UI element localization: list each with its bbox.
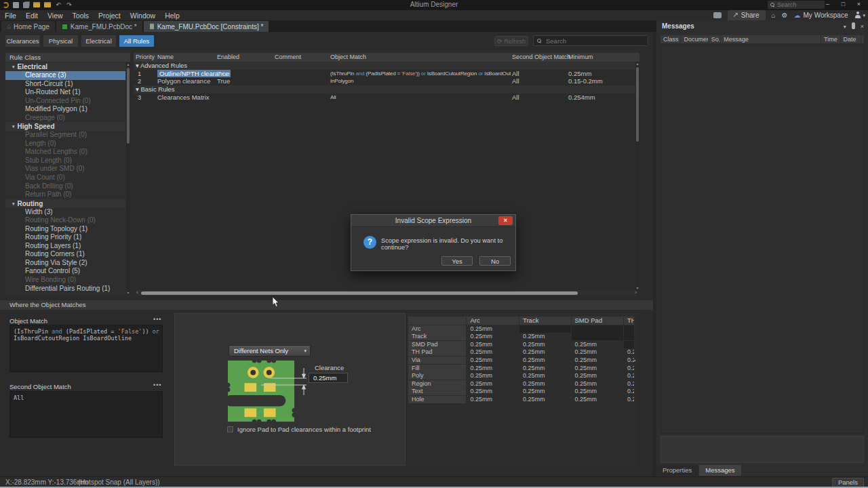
close-icon[interactable]: ×	[861, 23, 864, 30]
comment-icon[interactable]	[713, 12, 722, 18]
home-icon[interactable]: ⌂	[772, 12, 776, 20]
doc-tab-home-page[interactable]: ⌂Home Page	[1, 21, 55, 32]
tree-item-clearance-3[interactable]: Clearance (3)	[5, 71, 125, 80]
grid-hscroll-thumb[interactable]	[141, 291, 578, 295]
matrix-cell[interactable]: 0.25mm	[467, 357, 519, 364]
object-match-expression[interactable]: (IsThruPin and (PadIsPlated = 'False')) …	[9, 325, 163, 372]
matrix-row-label[interactable]: Hole	[408, 396, 466, 403]
matrix-row-label[interactable]: Poly	[408, 372, 466, 380]
matrix-cell[interactable]: 0.25mm	[519, 365, 571, 372]
matrix-cell[interactable]: 0.25mm	[467, 372, 519, 380]
panels-button[interactable]: Panels	[832, 478, 864, 487]
msg-col-message[interactable]: Message	[721, 35, 821, 43]
matrix-row-label[interactable]: Arc	[408, 325, 466, 333]
tree-item-fanout-control-5[interactable]: Fanout Control (5)	[5, 267, 125, 276]
tree-item-un-connected-pin-0[interactable]: Un-Connected Pin (0)	[5, 97, 125, 106]
matrix-cell[interactable]: 0.25mm	[519, 341, 571, 348]
msg-col-time[interactable]: Time	[821, 35, 840, 43]
matrix-cell[interactable]: 0.25mm	[467, 388, 519, 395]
yes-button[interactable]: Yes	[441, 256, 473, 266]
scroll-down-icon[interactable]: ▾	[126, 291, 130, 295]
matrix-cell[interactable]: 0.25mm	[572, 372, 624, 380]
msg-col-n[interactable]: N...	[861, 35, 864, 43]
tree-group-routing[interactable]: ▾Routing	[5, 199, 125, 208]
matrix-cell[interactable]: 0.25mm	[519, 380, 571, 388]
tab-clearances[interactable]: Clearances	[5, 35, 40, 47]
doc-tab-kame-fmu-pcbdoc[interactable]: Kame_FMU.PcbDoc *	[56, 21, 142, 32]
col-enabled[interactable]: Enabled	[217, 53, 239, 62]
tree-item-stub-length-0[interactable]: Stub Length (0)	[5, 157, 125, 165]
close-button[interactable]: ×	[851, 0, 867, 9]
share-button[interactable]: ↗Share	[728, 10, 765, 20]
tree-item-differential-pairs-routing-1[interactable]: Differential Pairs Routing (1)	[5, 285, 125, 293]
undo-icon[interactable]: ↶	[55, 1, 62, 8]
global-search[interactable]	[768, 1, 825, 9]
matrix-cell[interactable]: 0.25mm	[519, 388, 571, 395]
col-comment[interactable]: Comment	[275, 53, 301, 62]
col-object-match[interactable]: Object Match	[330, 53, 366, 62]
tree-item-via-count-0[interactable]: Via Count (0)	[5, 174, 125, 182]
copy-icon[interactable]	[23, 2, 29, 8]
matrix-cell[interactable]: 0.2	[624, 388, 634, 395]
matrix-cell[interactable]: 0.2	[624, 372, 634, 380]
menu-file[interactable]: File	[0, 12, 21, 20]
no-button[interactable]: No	[479, 256, 511, 266]
tree-item-routing-topology-1[interactable]: Routing Topology (1)	[5, 225, 125, 234]
col-priority[interactable]: Priority	[136, 53, 155, 62]
matrix-row-label[interactable]: TH Pad	[408, 348, 466, 356]
scroll-right-icon[interactable]: ›	[635, 290, 637, 296]
matrix-cell[interactable]: 0.2	[624, 396, 634, 403]
dialog-close-button[interactable]: ×	[498, 216, 513, 225]
net-scope-dropdown[interactable]: Different Nets Only ▾	[229, 345, 311, 357]
doc-tab-kame-fmu-pcbdoc-constraints[interactable]: Kame_FMU.PcbDoc [Constraints] *	[144, 21, 269, 32]
matrix-cell[interactable]	[572, 333, 624, 340]
matrix-cell[interactable]: 0.25mm	[519, 372, 571, 380]
matrix-cell[interactable]: 0.2	[624, 348, 634, 356]
tree-item-un-routed-net-1[interactable]: Un-Routed Net (1)	[5, 88, 125, 97]
tree-group-electrical[interactable]: ▾Electrical	[5, 62, 125, 71]
tab-physical[interactable]: Physical	[43, 35, 78, 47]
workspace-button[interactable]: ☁ My Workspace	[794, 12, 848, 20]
matrix-corner-cell[interactable]	[408, 317, 466, 325]
grid-hscrollbar[interactable]: ‹ ›	[135, 290, 638, 296]
ignore-pad-to-pad-checkbox[interactable]	[227, 426, 233, 432]
menu-view[interactable]: View	[43, 12, 68, 20]
gear-icon[interactable]: ⚙	[782, 12, 788, 20]
matrix-cell[interactable]: 0.25mm	[467, 396, 519, 403]
pin-icon[interactable]	[852, 24, 854, 29]
matrix-row-label[interactable]: Region	[408, 380, 466, 388]
rule-group-row[interactable]: ▾ Basic Rules	[134, 85, 639, 94]
tree-item-routing-corners-1[interactable]: Routing Corners (1)	[5, 250, 125, 259]
matrix-col-th[interactable]: TH	[624, 317, 634, 325]
matrix-cell[interactable]	[624, 325, 634, 333]
user-menu[interactable]: ▾	[854, 12, 865, 20]
messages-list[interactable]	[660, 44, 864, 434]
matrix-row-label[interactable]: Via	[408, 357, 466, 364]
second-object-match-expression[interactable]: All	[9, 391, 163, 438]
tree-scrollbar[interactable]: ▴ ▾	[126, 62, 130, 295]
rule-row[interactable]: 3Clearances MatrixAllAll0.254mm	[134, 94, 639, 102]
menu-edit[interactable]: Edit	[21, 12, 43, 20]
msg-col-date[interactable]: Date	[841, 35, 861, 43]
matrix-cell[interactable]	[624, 333, 634, 340]
menu-tools[interactable]: Tools	[68, 12, 94, 20]
matrix-cell[interactable]: 0.25mm	[467, 380, 519, 388]
menu-project[interactable]: Project	[94, 12, 125, 20]
maximize-button[interactable]: □	[835, 0, 851, 9]
tree-item-parallel-segment-0[interactable]: Parallel Segment (0)	[5, 131, 125, 140]
matrix-cell[interactable]: 0.25mm	[467, 341, 519, 348]
second-object-match-builder-button[interactable]: •••	[153, 382, 161, 388]
matrix-cell[interactable]	[519, 325, 571, 333]
matrix-cell[interactable]: 0.2	[624, 380, 634, 388]
chevron-down-icon[interactable]: ▾	[844, 24, 846, 30]
redo-icon[interactable]: ↷	[66, 1, 73, 8]
tree-item-length-0[interactable]: Length (0)	[5, 140, 125, 148]
save-icon[interactable]	[13, 2, 19, 8]
tree-item-vias-under-smd-0[interactable]: Vias under SMD (0)	[5, 165, 125, 174]
matrix-row-label[interactable]: Track	[408, 333, 466, 340]
open-project-icon[interactable]	[44, 2, 51, 7]
matrix-cell[interactable]: 0.25mm	[467, 348, 519, 356]
scroll-left-icon[interactable]: ‹	[136, 290, 138, 296]
scroll-up-icon[interactable]: ▴	[126, 62, 130, 66]
tree-item-matched-lengths-0[interactable]: Matched Lengths (0)	[5, 148, 125, 157]
